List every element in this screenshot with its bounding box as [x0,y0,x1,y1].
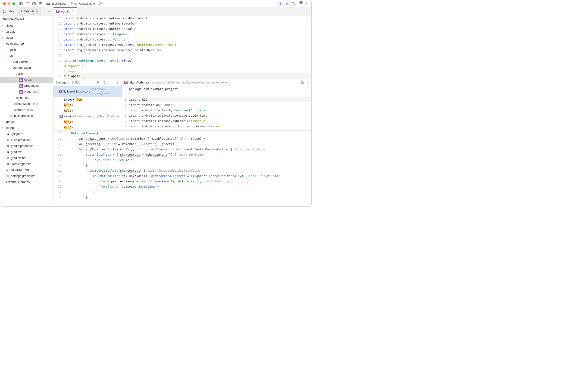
code-line[interactable]: Column(Modifier.fillMaxWidth(), horizont… [64,147,311,152]
tree-item[interactable]: ›resources [0,95,53,101]
usage-item[interactable]: App() [54,108,122,114]
tree-item[interactable]: ›gradle [0,119,53,125]
code-editor-bottom[interactable]: 21222324252627282930313233 MaterialTheme… [54,131,311,200]
code-line[interactable]: import androidx.compose.runtime.remember [64,21,311,26]
bottom-panel-icon[interactable] [25,1,30,6]
code-line[interactable]: import androidx.compose.ui.Alignment [64,31,311,37]
usage-item[interactable]: ⌄ MainActivity.kt compose…le/project [54,86,122,97]
tree-item[interactable]: ▣gradlew [0,149,53,155]
code-line[interactable]: @OptIn(ExperimentalResourceApi::class) [64,58,311,63]
tree-item[interactable]: ›.fleet [0,23,53,29]
tree-item[interactable]: Greeting.kt [0,83,53,89]
notifications-icon[interactable] [297,1,302,6]
tree-item[interactable]: ›iosMain / kotlin [0,107,53,113]
left-panel-icon[interactable] [19,1,23,6]
search-tab[interactable]: Search ✕ [17,7,41,15]
tree-item[interactable]: ›.gradle [0,29,53,35]
code-line[interactable]: Text(text: "Click me!") [64,157,311,163]
tree-item[interactable]: ⌄composeApp [0,41,53,47]
tree-item[interactable]: 🐘settings.gradle.kts [0,173,53,179]
run-icon[interactable] [285,1,289,6]
code-line[interactable]: fun App() { [64,73,311,79]
minimize-window-button[interactable] [8,2,10,5]
files-tab[interactable]: Files [0,7,17,15]
usage-item[interactable]: ⌄ MainViewController.kt com…kotlin [54,130,122,131]
code-editor-top[interactable]: ✓ 1011121314151617181920 import androidx… [54,15,311,79]
code-line[interactable]: val greeting : String = remember { Greet… [64,141,311,147]
code-line[interactable]: import androidx.compose.runtime.Composab… [129,118,311,124]
code-line[interactable]: import org.jetbrains.compose.resources.p… [64,48,311,53]
tree-item[interactable]: ›build [0,47,53,53]
tree-item[interactable]: ⚙local.properties [0,161,53,167]
code-line[interactable]: } [64,163,311,168]
code-line[interactable]: import androidx.activity.compose.setCont… [129,113,311,118]
analysis-ok-icon[interactable]: ✓ [305,17,308,22]
code-line[interactable]: import androidx.compose.ui.tooling.previ… [129,124,311,129]
code-line[interactable]: import androidx.compose.ui.Modifier [64,37,311,42]
settings-gear-icon[interactable] [304,1,309,6]
code-line[interactable]: package com.example.project [129,86,311,92]
usage-item[interactable]: import App [54,97,122,102]
tree-item[interactable]: ◆.gitignore [0,131,53,137]
code-line[interactable]: var showContent : Boolean by remember { … [64,136,311,141]
close-icon[interactable]: ✕ [72,10,74,13]
code-line[interactable]: import App [129,97,311,102]
editor-tab-appkt[interactable]: App.kt ✕ [54,7,77,15]
add-tab-button[interactable]: ＋ [45,7,53,15]
code-line[interactable]: import androidx.compose.runtime.mutableS… [64,15,311,21]
usages-hint[interactable]: 6 usages [64,69,311,73]
tree-item[interactable]: 🐘build.gradle.kts [0,113,53,119]
close-window-button[interactable] [3,2,6,5]
tree-item[interactable]: App.kt [0,77,53,83]
tree-item[interactable]: ⌄commonMain [0,65,53,71]
vcs-status-button[interactable]: Git Unavailable [69,2,96,5]
code-line[interactable]: Text(text: "Compose: $greeting") [64,184,311,189]
usage-item[interactable]: ⌄ main.kt composeApp…pMain/kotlin [54,114,122,119]
open-external-icon[interactable] [301,81,304,84]
project-tree[interactable]: SampleProject ›.fleet›.gradle›.idea⌄comp… [0,15,54,206]
tree-item[interactable]: ›External Libraries [0,179,53,185]
code-line[interactable] [129,92,311,97]
search-icon[interactable] [96,81,100,85]
tree-item[interactable]: ⚙gradle.properties [0,143,53,149]
grid-menu-icon[interactable] [38,1,43,6]
tree-item[interactable]: ›iosApp [0,125,53,131]
prev-occurrence-icon[interactable]: ↑ [109,81,113,85]
tree-item[interactable]: ›desktopMain / kotlin [0,101,53,107]
next-occurrence-icon[interactable]: ↓ [115,81,119,85]
code-line[interactable]: Column(Modifier.fillMaxWidth(), horizont… [64,173,311,179]
code-line[interactable]: @Composable [64,63,311,69]
add-user-icon[interactable] [98,1,103,6]
code-line[interactable]: MaterialTheme { [64,131,311,136]
tree-item[interactable]: ›androidMain [0,59,53,65]
ai-bolt-icon[interactable] [278,1,283,6]
usage-item[interactable]: App() [54,119,122,125]
project-name-button[interactable]: SampleProject [45,2,67,5]
code-line[interactable]: AnimatedVisibility(showContent) { this: … [64,168,311,173]
code-line[interactable]: import org.jetbrains.compose.resources.E… [64,42,311,48]
close-icon[interactable]: ✕ [36,10,38,13]
search-icon[interactable] [291,1,296,6]
right-panel-icon[interactable] [32,1,36,6]
tree-item[interactable]: ›.idea [0,35,53,41]
close-icon[interactable]: ✕ [306,81,309,84]
tree-item[interactable]: 🐘build.gradle.kts [0,137,53,143]
usage-item[interactable]: App() [54,102,122,108]
code-line[interactable]: } [64,189,311,195]
maximize-window-button[interactable] [12,2,15,5]
code-line[interactable]: import androidx.compose.runtime.setValue [64,26,311,31]
code-line[interactable] [64,53,311,58]
usage-item[interactable]: App() [54,125,122,130]
code-line[interactable]: import android.os.Bundle [129,102,311,107]
code-line[interactable]: } [64,195,311,200]
filter-icon[interactable] [102,81,107,85]
preview-editor[interactable]: 12345678 package com.example.projectimpo… [122,86,311,131]
tree-item[interactable]: Platform.kt [0,89,53,95]
code-line[interactable]: import androidx.activity.ComponentActivi… [129,107,311,113]
tree-item[interactable]: M↓README.md [0,167,53,173]
code-line[interactable]: Button(onClick = { showContent = !showCo… [64,152,311,157]
code-line[interactable]: Image(painterResource(res: "compose-mult… [64,179,311,184]
tree-item[interactable]: ⌄src [0,53,53,59]
tree-item[interactable]: ⌄kotlin [0,71,53,77]
tree-item[interactable]: ▤gradlew.bat [0,155,53,161]
